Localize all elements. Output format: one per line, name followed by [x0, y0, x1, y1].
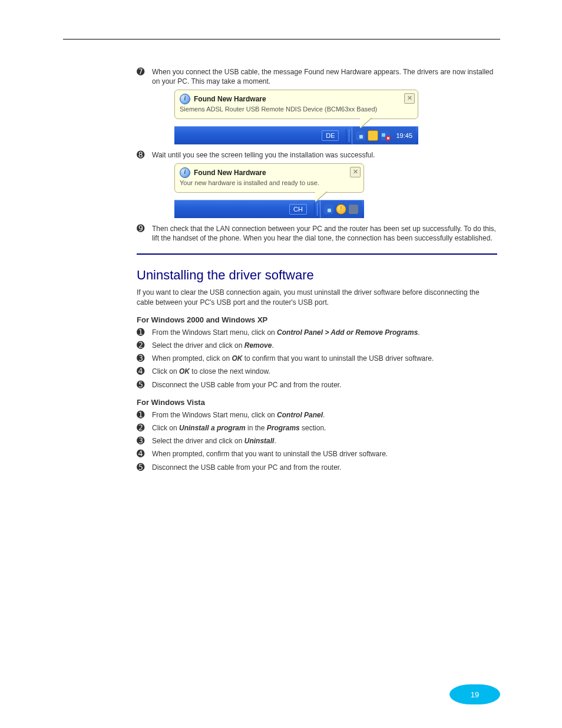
balloon-1-body: Siemens ADSL Router USB Remote NDIS Devi… — [180, 106, 413, 114]
button-name: Uninstall — [244, 437, 275, 445]
bullet-5-icon: ➎ — [137, 463, 152, 472]
security-shield-icon[interactable] — [368, 130, 378, 141]
xp-step-3-text: When prompted, click on OK to confirm th… — [152, 354, 497, 363]
xp-step-5: ➎ Disconnect the USB cable from your PC … — [137, 380, 497, 390]
vista-step-2: ➋ Click on Uninstall a program in the Pr… — [137, 423, 497, 433]
vista-step-5-text: Disconnect the USB cable from your PC an… — [152, 463, 497, 472]
network-icon[interactable] — [324, 205, 333, 214]
menu-path: Control Panel > Add or Remove Programs — [277, 328, 418, 337]
subheading-vista: For Windows Vista — [137, 398, 497, 407]
bullet-4-icon: ➍ — [137, 449, 152, 459]
step-7: ➐ When you connect the USB cable, the me… — [137, 67, 497, 86]
bullet-2-icon: ➋ — [137, 341, 152, 350]
tray-separator-icon — [346, 129, 349, 142]
vista-step-4: ➍ When prompted, confirm that you want t… — [137, 449, 497, 459]
main-content: ➐ When you connect the USB cable, the me… — [137, 65, 497, 476]
subheading-xp: For Windows 2000 and Windows XP — [137, 315, 497, 324]
step-8: ➑ Wait until you see the screen telling … — [137, 150, 497, 160]
bullet-3-icon: ➌ — [137, 354, 152, 363]
bullet-4-icon: ➍ — [137, 367, 152, 376]
page-rule-top — [63, 39, 500, 39]
button-name: OK — [232, 354, 242, 363]
button-name: OK — [179, 367, 190, 375]
xp-step-2-text: Select the driver and click on Remove. — [152, 341, 497, 350]
step-8-text: Wait until you see the screen telling yo… — [152, 150, 497, 160]
vista-step-3-text: Select the driver and click on Uninstall… — [152, 436, 497, 446]
bullet-7-icon: ➐ — [137, 67, 152, 77]
balloon-2-title: Found New Hardware — [194, 169, 266, 177]
link-name: Uninstall a program — [179, 424, 246, 432]
bullet-2-icon: ➋ — [137, 423, 152, 433]
vista-step-1-text: From the Windows Start menu, click on Co… — [152, 410, 497, 420]
vista-step-2-text: Click on Uninstall a program in the Prog… — [152, 423, 497, 433]
tray-separator-icon — [314, 203, 318, 216]
close-icon[interactable]: ✕ — [350, 167, 361, 177]
section-divider — [137, 253, 497, 255]
xp-step-2: ➋ Select the driver and click on Remove. — [137, 341, 497, 350]
section-intro: If you want to clear the USB connection … — [137, 288, 497, 307]
balloon-1-title: Found New Hardware — [194, 95, 266, 103]
step-9: ➒ Then check that the LAN connection bet… — [137, 224, 497, 243]
balloon-tail-icon — [360, 117, 372, 128]
bullet-8-icon: ➑ — [137, 150, 152, 160]
balloon-tail-icon — [315, 191, 327, 202]
usb-device-icon[interactable] — [349, 205, 358, 214]
vista-step-4-text: When prompted, confirm that you want to … — [152, 449, 497, 459]
page-number-badge: 19 — [449, 684, 500, 704]
alert-icon[interactable]: ! — [336, 204, 346, 215]
section-name: Programs — [267, 424, 300, 432]
bullet-5-icon: ➎ — [137, 380, 152, 390]
vista-step-5: ➎ Disconnect the USB cable from your PC … — [137, 463, 497, 472]
info-icon: i — [180, 94, 190, 104]
button-name: Remove — [244, 341, 272, 350]
section-title-uninstall: Uninstalling the driver software — [137, 268, 497, 283]
vista-step-3: ➌ Select the driver and click on Uninsta… — [137, 436, 497, 446]
xp-step-1-text: From the Windows Start menu, click on Co… — [152, 328, 497, 337]
taskbar-1: DE 19:45 — [174, 126, 418, 144]
step-7-text: When you connect the USB cable, the mess… — [152, 67, 497, 86]
language-indicator[interactable]: DE — [322, 130, 339, 141]
network-icon[interactable] — [356, 131, 365, 140]
balloon-tooltip-1: ✕ i Found New Hardware Siemens ADSL Rout… — [174, 90, 418, 119]
xp-step-5-text: Disconnect the USB cable from your PC an… — [152, 380, 497, 390]
bullet-1-icon: ➊ — [137, 328, 152, 337]
xp-step-3: ➌ When prompted, click on OK to confirm … — [137, 354, 497, 363]
bullet-9-icon: ➒ — [137, 224, 152, 233]
system-tray-1: 19:45 — [352, 127, 416, 144]
bullet-3-icon: ➌ — [137, 436, 152, 446]
system-tray-2: ! — [320, 200, 362, 218]
info-icon: i — [180, 167, 190, 178]
balloon-tooltip-2: ✕ i Found New Hardware Your new hardware… — [174, 163, 364, 193]
screenshot-found-new-hardware-1: ✕ i Found New Hardware Siemens ADSL Rout… — [174, 90, 497, 144]
language-indicator[interactable]: CH — [289, 204, 307, 215]
step-9-text: Then check that the LAN connection betwe… — [152, 224, 497, 243]
screenshot-found-new-hardware-2: ✕ i Found New Hardware Your new hardware… — [174, 163, 497, 218]
taskbar-2: CH ! — [174, 200, 364, 218]
bullet-1-icon: ➊ — [137, 410, 152, 420]
clock: 19:45 — [396, 132, 412, 139]
vista-step-1: ➊ From the Windows Start menu, click on … — [137, 410, 497, 420]
close-icon[interactable]: ✕ — [404, 93, 415, 104]
xp-step-4-text: Click on OK to close the next window. — [152, 367, 497, 376]
balloon-2-body: Your new hardware is installed and ready… — [180, 179, 359, 187]
xp-step-4: ➍ Click on OK to close the next window. — [137, 367, 497, 376]
menu-path: Control Panel — [277, 411, 323, 419]
xp-step-1: ➊ From the Windows Start menu, click on … — [137, 328, 497, 337]
section-intro-text: If you want to clear the USB connection … — [137, 288, 497, 307]
network-disconnected-icon[interactable] — [381, 131, 390, 140]
